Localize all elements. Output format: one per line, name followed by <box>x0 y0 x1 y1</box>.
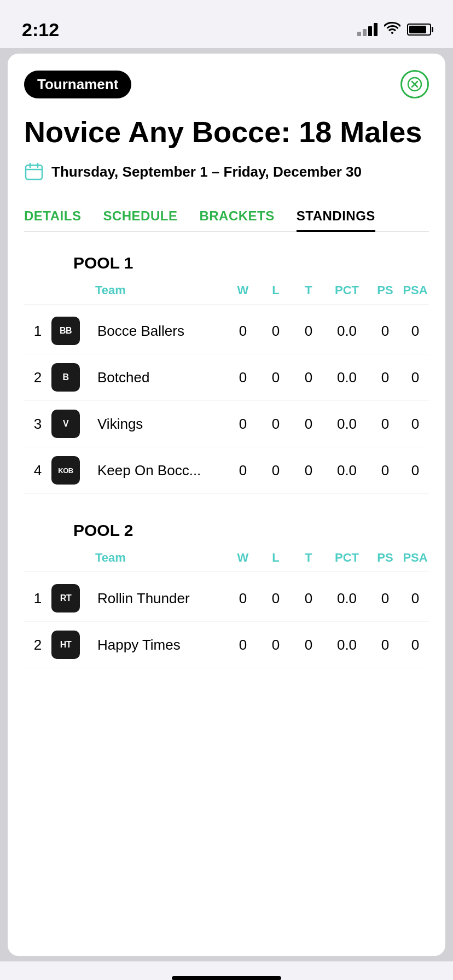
team-name-1: Bocce Ballers <box>90 323 226 340</box>
tab-details[interactable]: DETAILS <box>24 202 81 232</box>
rank-2: 2 <box>24 369 51 386</box>
status-icons <box>357 21 431 38</box>
col-t-header: T <box>292 283 325 298</box>
close-button[interactable] <box>400 70 429 98</box>
stat-t-1: 0 <box>292 323 325 340</box>
pool-2: POOL 2 Team W L T PCT PS PSA 1 RT Rollin <box>24 521 429 668</box>
tab-standings[interactable]: STANDINGS <box>297 202 375 232</box>
table-row: 2 B Botched 0 0 0 0.0 0 0 <box>24 354 429 401</box>
avatar-ht: HT <box>51 631 90 659</box>
card-header: Tournament <box>24 70 429 98</box>
svg-rect-3 <box>26 165 42 179</box>
calendar-icon <box>24 162 44 182</box>
pool-1-title: POOL 1 <box>73 254 429 272</box>
tournament-title: Novice Any Bocce: 18 Males <box>24 115 429 149</box>
stat-pct-1: 0.0 <box>325 323 369 340</box>
team-name-4: Keep On Bocc... <box>90 462 226 479</box>
pool-1: POOL 1 Team W L T PCT PS PSA 1 BB Bocce <box>24 254 429 494</box>
date-row: Thursday, September 1 – Friday, December… <box>24 162 429 182</box>
team-name-rt: Rollin Thunder <box>90 590 226 607</box>
signal-icon <box>357 23 378 36</box>
avatar-rt: RT <box>51 584 90 612</box>
main-card: Tournament Novice Any Bocce: 18 Males Th… <box>8 54 445 956</box>
col-team-header: Team <box>90 283 226 298</box>
col-l-header: L <box>259 283 292 298</box>
home-bar <box>172 976 281 980</box>
col-w-header: W <box>226 283 259 298</box>
table-row: 1 BB Bocce Ballers 0 0 0 0.0 0 0 <box>24 308 429 354</box>
col-pct-header: PCT <box>325 283 369 298</box>
status-bar: 2:12 <box>0 0 453 48</box>
col-psa-header: PSA <box>402 283 429 298</box>
team-name-3: Vikings <box>90 416 226 433</box>
stat-ps-1: 0 <box>369 323 402 340</box>
table-header-pool2: Team W L T PCT PS PSA <box>24 551 429 572</box>
table-row: 3 V Vikings 0 0 0 0.0 0 0 <box>24 401 429 447</box>
table-row: 1 RT Rollin Thunder 0 0 0 0.0 0 0 <box>24 575 429 622</box>
avatar-v: V <box>51 410 90 438</box>
stat-l-1: 0 <box>259 323 292 340</box>
pool-2-table: Team W L T PCT PS PSA 1 RT Rollin Thunde… <box>24 551 429 668</box>
team-name-ht: Happy Times <box>90 637 226 654</box>
status-time: 2:12 <box>22 19 59 40</box>
table-header-pool1: Team W L T PCT PS PSA <box>24 283 429 305</box>
avatar-kob: KOB <box>51 456 90 485</box>
stat-psa-1: 0 <box>402 323 429 340</box>
pool-1-table: Team W L T PCT PS PSA 1 BB Bocce Ballers… <box>24 283 429 494</box>
pool-2-title: POOL 2 <box>73 521 429 540</box>
wifi-icon <box>384 21 400 38</box>
tournament-badge: Tournament <box>24 71 131 98</box>
stat-w-1: 0 <box>226 323 259 340</box>
tab-schedule[interactable]: SCHEDULE <box>103 202 177 232</box>
tabs: DETAILS SCHEDULE BRACKETS STANDINGS <box>24 201 429 232</box>
avatar-bb: BB <box>51 317 90 345</box>
home-indicator <box>0 961 453 980</box>
battery-icon <box>407 24 431 36</box>
col-ps-header: PS <box>369 283 402 298</box>
team-name-2: Botched <box>90 369 226 386</box>
table-row: 4 KOB Keep On Bocc... 0 0 0 0.0 0 0 <box>24 447 429 494</box>
avatar-b: B <box>51 363 90 392</box>
rank-1: 1 <box>24 323 51 340</box>
date-range: Thursday, September 1 – Friday, December… <box>51 164 362 180</box>
table-row: 2 HT Happy Times 0 0 0 0.0 0 0 <box>24 622 429 668</box>
tab-brackets[interactable]: BRACKETS <box>199 202 274 232</box>
